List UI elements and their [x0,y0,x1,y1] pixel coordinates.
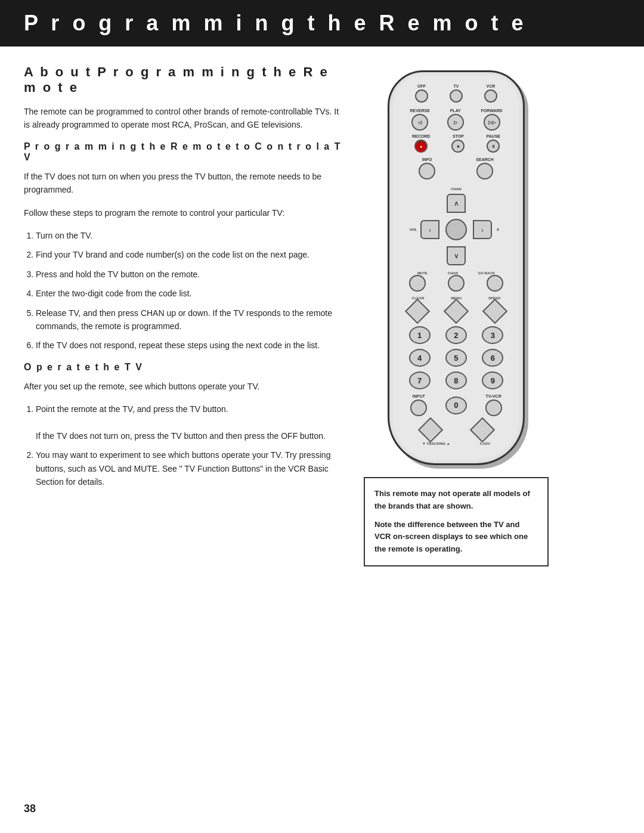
power-row: OFF TV VCR [398,84,514,103]
numpad-row-2: 4 5 6 [398,349,514,367]
clear-button[interactable] [405,299,430,324]
step-5: Release TV, and then press CHAN up or do… [36,306,346,333]
mute-label: MUTE [417,271,428,275]
page-title: P r o g r a m m i n g t h e R e m o t e [24,11,620,36]
s-label: S [497,228,499,231]
about-title: A b o u t P r o g r a m m i n g t h e R … [24,64,346,95]
record-button[interactable]: ● [414,140,428,153]
right-column: OFF TV VCR REVERSE [364,64,549,566]
page-header: P r o g r a m m i n g t h e R e m o t e [0,0,644,47]
record-stop-row: RECORD ● STOP ■ PAUSE ⏸ [398,134,514,153]
num-6-button[interactable]: 6 [482,349,503,367]
forward-label: FORWARD [481,109,503,113]
play-label: PLAY [447,109,464,113]
forward-button[interactable]: ▷▷ [484,114,500,131]
reverse-btn-group: REVERSE ◁ [410,109,429,131]
operate-body: After you set up the remote, see which b… [24,380,346,393]
num-0-button[interactable]: 0 [445,397,467,414]
goback-label: GO BACK [478,271,495,275]
operate-steps: Point the remote at the TV, and press th… [36,402,346,488]
pause-btn-group: PAUSE ⏸ [486,134,500,153]
operate-step-1: Point the remote at the TV, and press th… [36,402,346,442]
speed-button[interactable] [482,299,507,324]
num-5-button[interactable]: 5 [445,349,467,367]
programming-title: P r o g r a m m i n g t h e R e m o t e … [24,141,346,163]
about-body: The remote can be programmed to control … [24,105,346,132]
num-1-button[interactable]: 1 [409,326,431,344]
step-6: If the TV does not respond, repeat these… [36,339,346,352]
off-button[interactable] [415,89,428,103]
reverse-button[interactable]: ◁ [411,114,428,131]
pause-label: PAUSE [486,134,500,138]
remote-body: OFF TV VCR REVERSE [388,70,525,465]
chan-down-button[interactable]: ∨ [447,246,466,265]
pause-button[interactable]: ⏸ [487,140,500,153]
programming-body2: Follow these steps to program the remote… [24,206,346,219]
tv-btn-group: TV [450,84,463,103]
step-2: Find your TV brand and code number(s) on… [36,248,346,261]
info-line2: Note the difference between the TV and V… [374,519,538,556]
input-label: INPUT [410,394,427,398]
info-line1: This remote may not operate all models o… [374,488,538,513]
num-2-button[interactable]: 2 [445,326,467,344]
mute-chan-goback-row [398,275,514,292]
fadv-button[interactable] [469,417,494,442]
operate-title: O p e r a t e t h e T V [24,362,346,373]
tv-vcr-button[interactable] [485,400,502,416]
reverse-label: REVERSE [410,109,429,113]
numpad-row-1: 1 2 3 [398,326,514,344]
step-3: Press and hold the TV button on the remo… [36,268,346,281]
tv-button[interactable] [450,89,463,103]
info-label: INFO [419,157,435,162]
stop-label: STOP [451,134,465,138]
vol-left-button[interactable]: ‹ [420,220,439,239]
num-7-button[interactable]: 7 [409,371,431,389]
stop-button[interactable]: ■ [451,140,465,153]
num-4-button[interactable]: 4 [409,349,431,367]
tracking-button[interactable] [417,417,442,442]
num-9-button[interactable]: 9 [482,371,503,389]
programming-steps: Turn on the TV. Find your TV brand and c… [36,229,346,352]
vcr-btn-group: VCR [484,84,497,103]
dpad-center [445,219,467,240]
operate-step-2: You may want to experiment to see which … [36,448,346,488]
transport-row: REVERSE ◁ PLAY ▷ FORWARD ▷▷ [398,109,514,131]
mute-button[interactable] [409,275,426,292]
content-area: A b o u t P r o g r a m m i n g t h e R … [0,64,644,566]
left-column: A b o u t P r o g r a m m i n g t h e R … [24,64,346,566]
info-search-row: INFO SEARCH [398,157,514,179]
tracking-label: ▼ TRACKING ▲ [422,442,450,445]
play-btn-group: PLAY ▷ [447,109,464,131]
goback-button[interactable] [487,275,503,292]
input-btn-group: INPUT [410,394,427,416]
vol-right-button[interactable]: › [473,220,492,239]
programming-body: If the TV does not turn on when you pres… [24,170,346,197]
clear-menu-speed-row [398,302,514,320]
tv-label: TV [450,84,463,88]
tv-vcr-btn-group: TV•VCR [485,394,502,416]
info-box: This remote may not operate all models o… [364,477,549,566]
chan-up-button[interactable]: ∧ [447,194,466,213]
off-label: OFF [415,84,428,88]
dpad: VOL ∧ ‹ › ∨ S [420,194,492,265]
record-btn-group: RECORD ● [412,134,430,153]
chan-top-label: CHAN [451,187,461,191]
tracking-row [398,421,514,439]
numpad-row-3: 7 8 9 [398,371,514,389]
search-label: SEARCH [476,157,494,162]
operate-step-1-sub: If the TV does not turn on, press the TV… [36,431,326,441]
step-1: Turn on the TV. [36,229,346,242]
info-button[interactable] [419,163,435,179]
record-label: RECORD [412,134,430,138]
bottom-special-row: INPUT 0 TV•VCR [398,394,514,416]
num-3-button[interactable]: 3 [482,326,503,344]
num-0-btn-group: 0 [445,397,467,414]
input-button[interactable] [410,400,427,416]
off-btn-group: OFF [415,84,428,103]
play-button[interactable]: ▷ [447,114,464,131]
chan-button[interactable] [448,275,465,292]
num-8-button[interactable]: 8 [445,371,467,389]
menu-button[interactable] [444,299,469,324]
search-button[interactable] [476,163,493,179]
vcr-button[interactable] [484,89,497,103]
